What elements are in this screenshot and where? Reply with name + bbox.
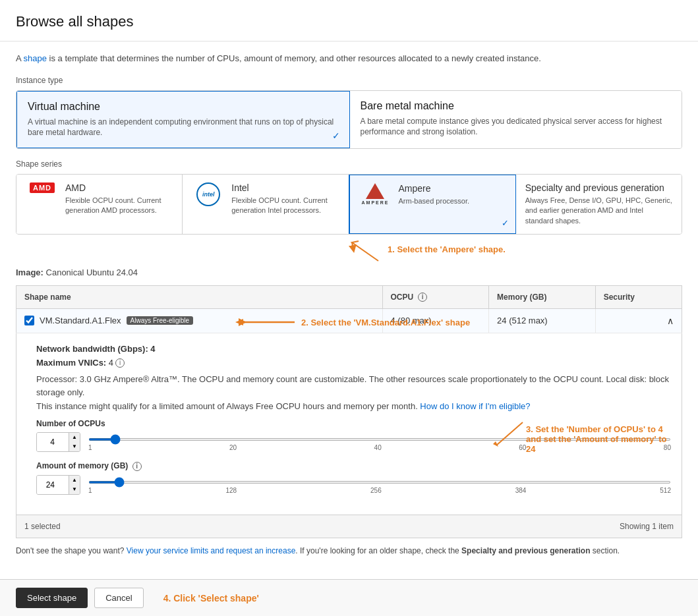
memory-input-wrapper: ▲ ▼	[36, 475, 80, 495]
intel-logo: intel	[192, 182, 225, 206]
shape-series-row: AMD AMD Flexible OCPU count. Current gen…	[16, 174, 682, 235]
tick-mem-128: 128	[225, 487, 237, 494]
memory-slider[interactable]	[88, 481, 671, 484]
tick-mem-512: 512	[660, 487, 671, 494]
max-vnics: Maximum VNICs: 4 i	[36, 358, 671, 368]
memory-increment[interactable]: ▲	[69, 476, 80, 485]
shape-checkbox[interactable]	[24, 316, 34, 325]
processor-desc: Processor: 3.0 GHz Ampere® Altra™. The O…	[36, 373, 671, 399]
col-security: Security	[595, 286, 682, 309]
specialty-title: Specialty and previous generation	[525, 182, 672, 193]
table-row: VM.Standard.A1.Flex Always Free-eligible	[16, 309, 682, 333]
intel-title: Intel	[231, 182, 339, 193]
amd-card[interactable]: AMD AMD Flexible OCPU count. Current gen…	[16, 175, 183, 234]
specialty-desc: Always Free, Dense I/O, GPU, HPC, Generi…	[525, 196, 672, 226]
selected-count: 1 selected	[24, 522, 61, 531]
tick-mem-384: 384	[515, 487, 527, 494]
memory-value-cell: 24 (512 max)	[489, 309, 596, 333]
bare-metal-desc: A bare metal compute instance gives you …	[361, 116, 672, 138]
tick-ocpu-80: 80	[664, 444, 671, 451]
bottom-bar: Select shape Cancel 4. Click 'Select sha…	[0, 579, 698, 616]
service-limits-link[interactable]: View your service limits and request an …	[127, 546, 296, 555]
image-row: Image: Canonical Ubuntu 24.04	[16, 267, 682, 277]
ocpu-increment[interactable]: ▲	[69, 433, 80, 442]
ocpu-slider-section: Number of OCPUs ▲ ▼ 1	[36, 419, 671, 452]
amd-title: AMD	[65, 182, 173, 193]
virtual-machine-card[interactable]: Virtual machine A virtual machine is an …	[16, 90, 351, 150]
memory-decrement[interactable]: ▼	[69, 485, 80, 494]
cancel-button[interactable]: Cancel	[94, 588, 143, 608]
instance-type-label: Instance type	[16, 76, 682, 85]
memory-info-icon[interactable]: i	[132, 462, 142, 471]
bare-metal-title: Bare metal machine	[361, 100, 672, 112]
table-header-row: Shape name OCPU i Memory (GB) Se	[16, 286, 682, 309]
free-eligible-badge: Always Free-eligible	[127, 316, 193, 325]
page-title: Browse all shapes	[16, 13, 682, 30]
shapes-table: Shape name OCPU i Memory (GB) Se	[16, 285, 682, 333]
virtual-machine-desc: A virtual machine is an independent comp…	[28, 117, 339, 139]
footnote: Don't see the shape you want? View your …	[16, 538, 682, 563]
select-shape-button[interactable]: Select shape	[16, 588, 88, 608]
ampere-check: ✓	[502, 218, 509, 228]
ocpu-input-wrapper: ▲ ▼	[36, 432, 80, 452]
shape-name-text: VM.Standard.A1.Flex	[40, 316, 121, 325]
ampere-annotation-arrow	[332, 236, 385, 262]
virtual-machine-check: ✓	[332, 130, 340, 141]
security-cell: ∧	[595, 309, 682, 333]
table-footer: 1 selected Showing 1 item	[16, 515, 682, 538]
memory-number-input[interactable]	[37, 476, 69, 494]
tick-mem-256: 256	[370, 487, 382, 494]
bottom-annotation-text: 4. Click 'Select shape'	[163, 593, 259, 603]
intro-text: A shape is a template that determines th…	[16, 52, 682, 65]
free-note: This instance might qualify for a limite…	[36, 401, 671, 411]
bare-metal-card[interactable]: Bare metal machine A bare metal compute …	[350, 91, 682, 149]
tick-ocpu-20: 20	[229, 444, 237, 451]
intel-card[interactable]: intel Intel Flexible OCPU count. Current…	[183, 175, 349, 234]
tick-mem-1: 1	[88, 487, 92, 494]
shape-series-label: Shape series	[16, 159, 682, 169]
ocpu-decrement[interactable]: ▼	[69, 442, 80, 451]
col-memory: Memory (GB)	[489, 286, 596, 309]
amd-desc: Flexible OCPU count. Current generation …	[65, 196, 173, 216]
ocpu-spinner: ▲ ▼	[69, 433, 80, 451]
svg-marker-2	[235, 319, 243, 325]
ocpu-number-input[interactable]	[37, 433, 69, 451]
memory-slider-section: Amount of memory (GB) i ▲ ▼	[36, 461, 671, 495]
ampere-logo: AMPERE	[359, 183, 392, 205]
instance-type-row: Virtual machine A virtual machine is an …	[16, 90, 682, 150]
shape-name-cell: VM.Standard.A1.Flex Always Free-eligible	[16, 309, 383, 333]
vnics-info-icon[interactable]: i	[115, 358, 125, 368]
ocpu-info-icon[interactable]: i	[418, 293, 427, 302]
ocpu-value-cell: 4 (80 max)	[382, 309, 489, 333]
specialty-card[interactable]: Specialty and previous generation Always…	[516, 175, 682, 234]
tick-ocpu-40: 40	[374, 444, 382, 451]
ampere-card[interactable]: AMPERE Ampere Arm-based processor. ✓	[349, 174, 517, 235]
memory-slider-label: Amount of memory (GB) i	[36, 461, 671, 471]
col-shape-name: Shape name	[16, 286, 383, 309]
ampere-annotation-text: 1. Select the 'Ampere' shape.	[388, 244, 506, 254]
shape-details-panel: Network bandwidth (Gbps): 4 Maximum VNIC…	[16, 333, 682, 515]
virtual-machine-title: Virtual machine	[28, 101, 339, 113]
memory-slider-track: 1 128 256 384 512	[88, 476, 671, 494]
expand-button[interactable]: ∧	[667, 316, 674, 326]
network-bandwidth: Network bandwidth (Gbps): 4	[36, 344, 671, 354]
table-annotation-arrow	[235, 314, 301, 330]
ocpu-slider[interactable]	[88, 438, 671, 441]
col-ocpu: OCPU i	[382, 286, 489, 309]
ampere-title: Ampere	[399, 183, 506, 194]
memory-spinner: ▲ ▼	[69, 476, 80, 494]
intel-desc: Flexible OCPU count. Current generation …	[231, 196, 339, 216]
ocpu-slider-track: 1 20 40 60 80	[88, 433, 671, 451]
showing-count: Showing 1 item	[620, 522, 674, 531]
shape-link[interactable]: shape	[24, 53, 47, 63]
eligibility-link[interactable]: How do I know if I'm eligible?	[420, 401, 530, 411]
tick-ocpu-60: 60	[519, 444, 526, 451]
amd-logo: AMD	[26, 182, 59, 193]
ocpu-slider-label: Number of OCPUs	[36, 419, 671, 428]
ampere-desc: Arm-based processor.	[399, 196, 506, 206]
tick-ocpu-1: 1	[88, 444, 92, 451]
